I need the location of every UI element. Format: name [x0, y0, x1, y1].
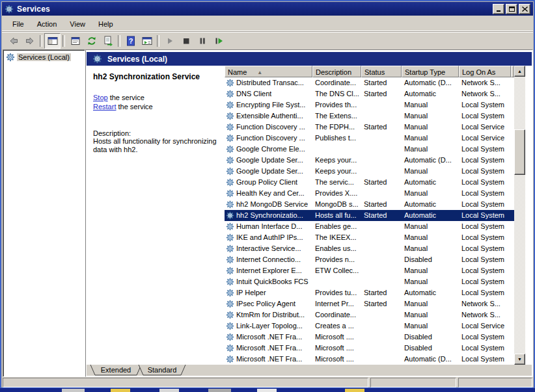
services-app-icon	[5, 5, 14, 14]
menu-action[interactable]: Action	[31, 19, 64, 29]
table-row[interactable]: IKE and AuthIP IPs...The IKEEX...ManualL…	[225, 232, 514, 243]
cell-status: Started	[361, 88, 402, 99]
table-row[interactable]: KtmRm for Distribut...Coordinate...Manua…	[225, 309, 514, 320]
column-header-description[interactable]: Description	[312, 66, 361, 77]
service-gear-icon	[226, 278, 234, 286]
cell-log-on-as: Local Service	[459, 320, 511, 332]
refresh-button[interactable]	[83, 33, 100, 49]
table-row[interactable]: Function Discovery ...The FDPH...Started…	[225, 122, 514, 133]
cell-log-on-as: Local System	[459, 99, 511, 111]
title-bar[interactable]: Services	[2, 2, 533, 16]
stop-service-line: Stop the service	[93, 93, 218, 102]
cell-startup-type: Automatic	[402, 287, 459, 298]
column-header-log-on-as[interactable]: Log On As	[459, 66, 511, 77]
table-row[interactable]: DNS ClientThe DNS Cl...StartedAutomaticN…	[225, 88, 514, 99]
maximize-button[interactable]	[506, 4, 517, 14]
cell-log-on-as: Local System	[459, 221, 511, 232]
column-header-status[interactable]: Status	[361, 66, 402, 77]
tree-item-services-local[interactable]: Services (Local)	[3, 50, 85, 63]
table-row[interactable]: Encrypting File Syst...Provides th...Man…	[225, 99, 514, 111]
table-row[interactable]: Health Key and Cer...Provides X....Manua…	[225, 188, 514, 199]
table-row[interactable]: Intuit QuickBooks FCSManualLocal System	[225, 276, 514, 287]
stop-service-link[interactable]: Stop	[93, 94, 108, 101]
table-row[interactable]: Function Discovery ...Publishes t...Manu…	[225, 133, 514, 144]
menu-file[interactable]: File	[6, 19, 31, 29]
sort-ascending-icon: ▲	[257, 70, 262, 75]
table-row[interactable]: Internet Connectio...Provides n...Disabl…	[225, 254, 514, 265]
taskbar-icon-fragment	[159, 389, 179, 392]
minimize-button[interactable]	[493, 4, 504, 14]
restart-service-link[interactable]: Restart	[93, 103, 116, 111]
table-row[interactable]: Google Update Ser...Keeps your...Automat…	[225, 155, 514, 166]
pause-service-button[interactable]	[194, 33, 210, 49]
table-row[interactable]: hh2 MongoDB ServiceMongoDB s...StartedAu…	[225, 199, 514, 210]
column-header-name[interactable]: Name▲	[225, 66, 312, 77]
stop-service-button[interactable]	[178, 33, 194, 49]
table-row[interactable]: Group Policy ClientThe servic...StartedA…	[225, 177, 514, 188]
scroll-down-button[interactable]: ▼	[514, 354, 525, 365]
close-button[interactable]	[519, 4, 530, 14]
start-service-button[interactable]	[161, 33, 178, 49]
tab-standard[interactable]: Standard	[138, 365, 186, 376]
cell-description: Internet Pr...	[312, 298, 361, 309]
column-header-startup-type[interactable]: Startup Type	[402, 66, 459, 77]
cell-startup-type: Automatic (D...	[402, 354, 459, 365]
cell-name: Human Interface D...	[225, 221, 312, 232]
table-row[interactable]: Link-Layer Topolog...Creates a ...Manual…	[225, 320, 514, 332]
cell-name: Link-Layer Topolog...	[225, 320, 312, 332]
cell-startup-type: Manual	[402, 320, 459, 332]
cell-startup-type: Manual	[402, 99, 459, 111]
extended-view-icon	[142, 36, 152, 46]
table-row[interactable]: Interactive Service...Enables us...Manua…	[225, 243, 514, 254]
table-row[interactable]: Google Chrome Ele...ManualLocal System	[225, 144, 514, 155]
taskbar-icon-fragment	[111, 389, 130, 392]
show-console-tree-button[interactable]	[44, 33, 61, 49]
cell-status	[361, 144, 402, 155]
cell-name: Microsoft .NET Fra...	[225, 343, 312, 354]
cell-name: Internet Explorer E...	[225, 265, 312, 276]
table-row[interactable]: Google Update Ser...Keeps your...ManualL…	[225, 166, 514, 177]
table-row[interactable]: Distributed Transac...Coordinate...Start…	[225, 77, 514, 88]
cell-log-on-as: Network S...	[459, 88, 511, 99]
menu-view[interactable]: View	[63, 19, 92, 29]
help-button[interactable]: ?	[122, 33, 139, 49]
cell-status	[361, 243, 402, 254]
restart-service-button[interactable]	[210, 33, 226, 49]
cell-status	[361, 265, 402, 276]
table-row[interactable]: Microsoft .NET Fra...Microsoft ....Autom…	[225, 354, 514, 365]
taskbar-icon-fragment	[62, 389, 85, 392]
selected-service-title: hh2 Synchronization Service	[93, 72, 218, 81]
cell-log-on-as: Local System	[459, 210, 511, 221]
description-text: Hosts all functionality for synchronizin…	[93, 137, 221, 154]
service-gear-icon	[226, 289, 234, 297]
extended-view-button[interactable]	[139, 33, 155, 49]
table-row[interactable]: Microsoft .NET Fra...Microsoft ....Disab…	[225, 332, 514, 343]
scroll-up-button[interactable]: ▲	[514, 66, 525, 77]
column-header-label: Description	[316, 68, 351, 76]
properties-button[interactable]	[67, 33, 83, 49]
table-row[interactable]: IPsec Policy AgentInternet Pr...StartedM…	[225, 298, 514, 309]
table-row[interactable]: Human Interface D...Enables ge...ManualL…	[225, 221, 514, 232]
table-row[interactable]: Internet Explorer E...ETW Collec...Manua…	[225, 265, 514, 276]
export-list-button[interactable]	[100, 33, 116, 49]
vertical-scrollbar[interactable]: ▲ ▼	[514, 66, 525, 365]
forward-button[interactable]	[21, 33, 38, 49]
cell-log-on-as: Local Service	[459, 133, 511, 144]
cell-name: IPsec Policy Agent	[225, 298, 312, 309]
table-row[interactable]: hh2 Synchronizatio...Hosts all fu...Star…	[225, 210, 514, 221]
table-row[interactable]: Extensible Authenti...The Extens...Manua…	[225, 111, 514, 122]
table-row[interactable]: IP HelperProvides tu...StartedAutomaticL…	[225, 287, 514, 298]
table-row[interactable]: Microsoft .NET Fra...Microsoft ....Disab…	[225, 343, 514, 354]
scrollbar-thumb[interactable]	[514, 129, 525, 175]
taskbar-icon-fragment	[257, 389, 277, 392]
taskbar-sliver	[0, 387, 535, 392]
cell-description: ETW Collec...	[312, 265, 361, 276]
tab-extended[interactable]: Extended	[90, 365, 142, 376]
cell-name: Microsoft .NET Fra...	[225, 354, 312, 365]
cell-status	[361, 276, 402, 287]
cell-log-on-as: Local System	[459, 243, 511, 254]
menu-help[interactable]: Help	[92, 19, 120, 29]
cell-startup-type: Manual	[402, 133, 459, 144]
back-button[interactable]	[5, 33, 21, 49]
tab-label: Extended	[90, 365, 142, 374]
